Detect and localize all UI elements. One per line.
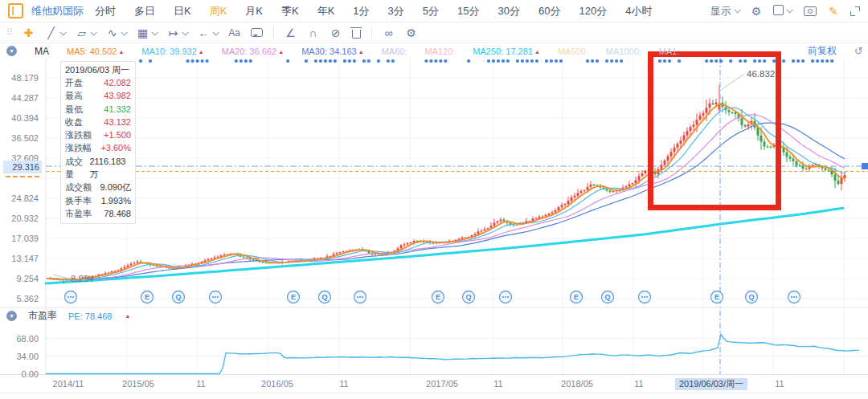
fullscreen-icon[interactable] xyxy=(850,6,860,16)
chevron-down-icon xyxy=(91,29,97,35)
tab-3分[interactable]: 3分 xyxy=(388,4,404,18)
event-marker-Q[interactable]: Q xyxy=(602,291,614,303)
time-axis-label: 11 xyxy=(634,378,643,390)
display-dropdown[interactable]: 显示 xyxy=(710,4,739,18)
event-marker-E[interactable]: E xyxy=(711,291,723,303)
tab-季K[interactable]: 季K xyxy=(281,4,299,18)
trend-line-tool-icon[interactable]: ╱ xyxy=(45,26,65,39)
event-marker-more[interactable] xyxy=(639,291,651,303)
ma-legend: ▾ MA MA5: 40.502▲MA10: 39.932▲MA20: 36.6… xyxy=(6,45,863,57)
event-marker-E[interactable]: E xyxy=(432,291,444,303)
tooltip-row-涨跌额: 涨跌额+1.500 xyxy=(65,128,131,141)
event-marker-more[interactable] xyxy=(354,291,366,303)
event-marker-more[interactable] xyxy=(788,291,800,303)
draw-pencil-icon[interactable]: ✎ xyxy=(829,6,838,17)
legend-item-MA120[interactable]: MA120: xyxy=(424,47,455,56)
tab-周K[interactable]: 周K xyxy=(210,4,227,18)
comment-tool-icon[interactable] xyxy=(251,28,263,37)
measure-tool-icon[interactable]: ↦ xyxy=(167,26,187,39)
tab-多日[interactable]: 多日 xyxy=(134,4,155,18)
toolbar-drag-handle[interactable]: ⠿ xyxy=(6,27,12,38)
delete-drawings-icon[interactable] xyxy=(352,27,361,39)
camera-icon[interactable] xyxy=(804,6,817,16)
price-line-handle xyxy=(862,163,868,169)
up-triangle-icon: ▲ xyxy=(199,49,204,55)
legend-item-MA250[interactable]: MA250: 17.281▲ xyxy=(473,47,540,56)
tab-年K[interactable]: 年K xyxy=(317,4,335,18)
chevron-down-icon xyxy=(213,29,219,35)
tab-4小时[interactable]: 4小时 xyxy=(625,4,652,18)
event-marker-more[interactable] xyxy=(210,291,222,303)
arrow-tool-icon[interactable]: ← xyxy=(198,26,218,39)
drawing-settings-icon[interactable]: ⚙ xyxy=(405,26,417,39)
adjust-mode-button[interactable]: 前复权 xyxy=(808,44,837,58)
undo-icon[interactable]: ↺ xyxy=(854,45,863,57)
event-marker-E[interactable]: E xyxy=(571,291,583,303)
current-price-dash xyxy=(6,176,39,177)
time-axis-label: 2015/05 xyxy=(122,378,154,390)
legend-item-MA5[interactable]: MA5: 40.502▲ xyxy=(67,47,124,56)
tab-分时[interactable]: 分时 xyxy=(95,4,116,18)
up-triangle-icon: ▲ xyxy=(125,313,130,319)
legend-item-MA1[interactable]: MA1: xyxy=(659,47,680,56)
magnet-tool-icon[interactable]: ∩ xyxy=(307,26,319,39)
legend-item-MA10[interactable]: MA10: 39.932▲ xyxy=(141,47,203,56)
tab-日K[interactable]: 日K xyxy=(174,4,191,18)
hide-drawings-icon[interactable]: ⊘ xyxy=(330,26,342,39)
settings-gear-icon[interactable]: ⚙ xyxy=(751,6,762,17)
legend-item-MA500[interactable]: MA500: xyxy=(558,47,588,56)
compare-tool-icon[interactable]: ∞ xyxy=(383,26,395,39)
ma-legend-items: MA5: 40.502▲MA10: 39.932▲MA20: 36.662▲MA… xyxy=(67,47,680,56)
tab-15分[interactable]: 15分 xyxy=(457,4,479,18)
tab-120分[interactable]: 120分 xyxy=(579,4,607,18)
time-axis-label: 11 xyxy=(493,378,502,390)
event-marker-E[interactable]: E xyxy=(141,291,154,303)
toolbar-divider xyxy=(371,27,372,39)
angle-tool-icon[interactable]: ∠ xyxy=(285,26,297,39)
chevron-down-icon xyxy=(121,29,128,35)
chevron-down-icon xyxy=(787,6,793,13)
event-marker-more[interactable] xyxy=(65,291,77,303)
layout-dropdown[interactable] xyxy=(773,5,792,17)
chevron-down-icon xyxy=(60,29,67,35)
up-triangle-icon: ▲ xyxy=(118,49,124,55)
tooltip-row-换手率: 换手率1.993% xyxy=(65,194,131,207)
channel-tool-icon[interactable]: ▱ xyxy=(76,26,96,39)
stock-name[interactable]: 维他奶国际 xyxy=(31,4,84,18)
text-tool-icon[interactable]: Aa xyxy=(228,27,240,39)
legend-item-MA20[interactable]: MA20: 36.662▲ xyxy=(222,47,284,56)
svg-text:E: E xyxy=(714,293,719,301)
pe-pane-title: 市盈率 xyxy=(28,309,57,323)
price-axis-label: 20.932 xyxy=(2,214,39,223)
tab-30分[interactable]: 30分 xyxy=(498,4,520,18)
price-axis-label: 13.147 xyxy=(2,254,39,263)
pe-axis-label: 68.00 xyxy=(2,334,39,344)
tab-月K[interactable]: 月K xyxy=(245,4,263,18)
legend-item-MA1000[interactable]: MA1000: xyxy=(606,47,641,56)
collapse-ma-pane-icon[interactable]: ▾ xyxy=(6,46,17,56)
wave-tool-icon[interactable]: ∿ xyxy=(106,26,126,39)
collapse-pe-pane-icon[interactable]: ▾ xyxy=(6,311,17,321)
tab-1分[interactable]: 1分 xyxy=(353,4,369,18)
event-marker-more[interactable] xyxy=(500,291,512,303)
tooltip-row-开盘: 开盘42.082 xyxy=(65,76,131,89)
collapse-panel-icon[interactable] xyxy=(8,3,23,18)
tooltip-row-成交额: 成交额9.090亿 xyxy=(65,181,131,193)
event-marker-E[interactable]: E xyxy=(288,291,300,303)
pe-legend-value[interactable]: PE: 78.468 xyxy=(68,311,112,321)
event-marker-Q[interactable]: Q xyxy=(463,291,475,303)
pe-axis-label: 34.00 xyxy=(2,352,39,361)
time-axis-label-selected: 2019/06/03/周一 xyxy=(675,378,747,390)
svg-text:Q: Q xyxy=(175,293,181,301)
event-marker-Q[interactable]: Q xyxy=(173,291,185,303)
move-tool-icon[interactable]: ✚ xyxy=(23,26,35,39)
event-marker-Q[interactable]: Q xyxy=(746,291,758,303)
annotation-rectangle[interactable] xyxy=(648,51,781,210)
pe-pane-header: ▾ 市盈率 PE: 78.468 ▲ xyxy=(6,310,130,322)
legend-item-MA30[interactable]: MA30: 34.163▲ xyxy=(301,47,363,56)
pattern-tool-icon[interactable]: ▦ xyxy=(137,26,157,39)
tab-5分[interactable]: 5分 xyxy=(423,4,439,18)
legend-item-MA60[interactable]: MA60: xyxy=(382,47,407,56)
event-marker-Q[interactable]: Q xyxy=(319,291,331,303)
tab-60分[interactable]: 60分 xyxy=(538,4,560,18)
